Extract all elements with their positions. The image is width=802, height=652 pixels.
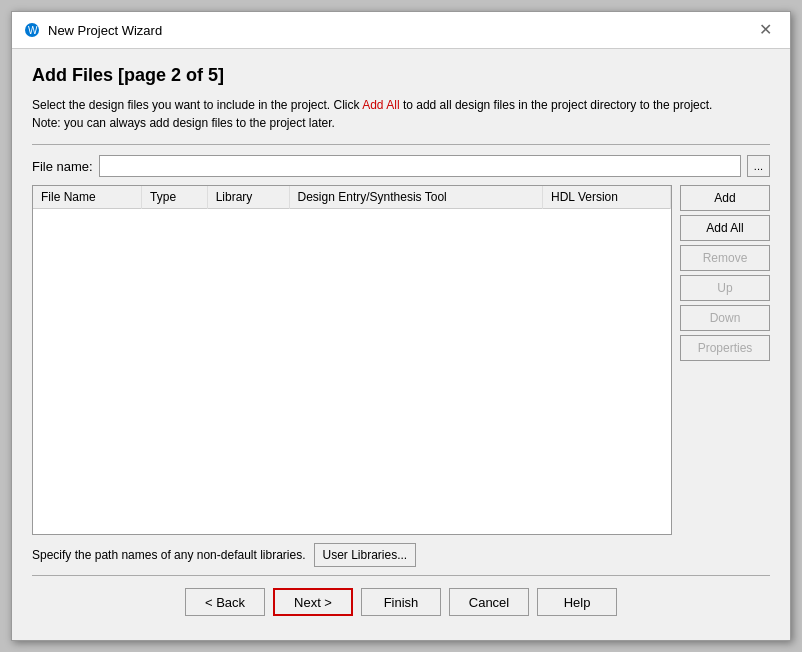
col-header-file-name: File Name xyxy=(33,186,142,209)
divider-top xyxy=(32,144,770,145)
description-line2: Note: you can always add design files to… xyxy=(32,114,770,132)
col-header-type: Type xyxy=(142,186,208,209)
title-bar-left: W New Project Wizard xyxy=(24,22,162,38)
footer-buttons: < Back Next > Finish Cancel Help xyxy=(32,584,770,624)
bottom-section: Specify the path names of any non-defaul… xyxy=(32,543,770,567)
user-libraries-button[interactable]: User Libraries... xyxy=(314,543,417,567)
description: Select the design files you want to incl… xyxy=(32,96,770,132)
user-libraries-row: Specify the path names of any non-defaul… xyxy=(32,543,770,567)
footer-divider xyxy=(32,575,770,576)
down-button[interactable]: Down xyxy=(680,305,770,331)
file-name-input[interactable] xyxy=(99,155,741,177)
files-table: File Name Type Library Design Entry/Synt… xyxy=(33,186,671,209)
main-area: File Name Type Library Design Entry/Synt… xyxy=(32,185,770,535)
back-button[interactable]: < Back xyxy=(185,588,265,616)
dialog-title: New Project Wizard xyxy=(48,23,162,38)
browse-button[interactable]: ... xyxy=(747,155,770,177)
next-button[interactable]: Next > xyxy=(273,588,353,616)
file-name-row: File name: ... xyxy=(32,155,770,177)
files-table-container: File Name Type Library Design Entry/Synt… xyxy=(32,185,672,535)
remove-button[interactable]: Remove xyxy=(680,245,770,271)
user-libraries-label: Specify the path names of any non-defaul… xyxy=(32,548,306,562)
title-bar: W New Project Wizard ✕ xyxy=(12,12,790,49)
svg-text:W: W xyxy=(28,25,38,36)
col-header-library: Library xyxy=(207,186,289,209)
table-header-row: File Name Type Library Design Entry/Synt… xyxy=(33,186,671,209)
add-button[interactable]: Add xyxy=(680,185,770,211)
col-header-hdl-version: HDL Version xyxy=(542,186,670,209)
close-button[interactable]: ✕ xyxy=(753,20,778,40)
up-button[interactable]: Up xyxy=(680,275,770,301)
help-button[interactable]: Help xyxy=(537,588,617,616)
cancel-button[interactable]: Cancel xyxy=(449,588,529,616)
description-line1: Select the design files you want to incl… xyxy=(32,96,770,114)
finish-button[interactable]: Finish xyxy=(361,588,441,616)
page-title: Add Files [page 2 of 5] xyxy=(32,65,770,86)
properties-button[interactable]: Properties xyxy=(680,335,770,361)
wizard-icon: W xyxy=(24,22,40,38)
sidebar-buttons: Add Add All Remove Up Down Properties xyxy=(680,185,770,535)
new-project-wizard-dialog: W New Project Wizard ✕ Add Files [page 2… xyxy=(11,11,791,641)
add-all-button[interactable]: Add All xyxy=(680,215,770,241)
file-name-label: File name: xyxy=(32,159,93,174)
dialog-content: Add Files [page 2 of 5] Select the desig… xyxy=(12,49,790,640)
col-header-design-entry: Design Entry/Synthesis Tool xyxy=(289,186,542,209)
